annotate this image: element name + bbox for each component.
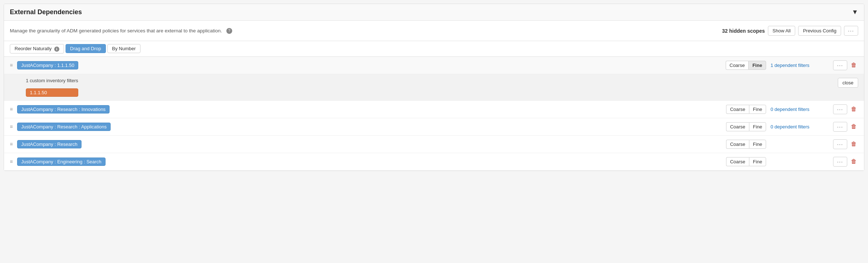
- show-all-button[interactable]: Show All: [768, 26, 796, 36]
- ip-badge: 1.1.1.50: [26, 88, 78, 97]
- dependent-filters-link[interactable]: 1 dependent filters: [770, 63, 829, 68]
- previous-config-button[interactable]: Previous Config: [798, 26, 841, 36]
- row-actions: ···🗑: [833, 122, 858, 132]
- delete-button[interactable]: 🗑: [849, 105, 858, 113]
- scope-badge: JustACompany : Research : Applications: [17, 123, 111, 131]
- row-more-button[interactable]: ···: [833, 122, 847, 132]
- drag-handle-icon[interactable]: ≡: [10, 106, 13, 112]
- row-more-button[interactable]: ···: [833, 104, 847, 114]
- fine-button[interactable]: Fine: [749, 140, 766, 149]
- table-row: ≡JustACompany : ResearchCoarseFine···🗑: [4, 136, 864, 153]
- toolbar-description: Manage the granularity of ADM generated …: [10, 28, 222, 33]
- sub-row-inner: 1 custom inventory filters1.1.1.50close: [26, 78, 858, 97]
- hidden-scopes-label: 32 hidden scopes: [722, 28, 765, 34]
- reorder-naturally-info-icon[interactable]: ℹ: [54, 47, 59, 52]
- help-icon[interactable]: ?: [226, 28, 232, 34]
- toolbar-actions: 32 hidden scopes Show All Previous Confi…: [722, 26, 858, 36]
- reorder-naturally-button[interactable]: Reorder Naturally ℹ: [10, 44, 64, 53]
- fine-button[interactable]: Fine: [749, 157, 766, 166]
- coarse-button[interactable]: Coarse: [726, 157, 749, 166]
- delete-button[interactable]: 🗑: [849, 140, 858, 148]
- table-row: ≡JustACompany : 1.1.1.50CoarseFine1 depe…: [4, 57, 864, 74]
- collapse-icon[interactable]: ▼: [852, 8, 858, 16]
- toolbar-description-area: Manage the granularity of ADM generated …: [10, 28, 232, 34]
- drag-handle-icon[interactable]: ≡: [10, 141, 13, 147]
- toolbar: Manage the granularity of ADM generated …: [4, 21, 864, 41]
- delete-button[interactable]: 🗑: [849, 123, 858, 131]
- more-options-button[interactable]: ···: [844, 26, 858, 36]
- panel-title: External Dependencies: [10, 8, 82, 16]
- drag-handle-icon[interactable]: ≡: [10, 62, 13, 68]
- fine-button[interactable]: Fine: [749, 105, 766, 114]
- close-button[interactable]: close: [838, 78, 858, 88]
- row-actions: ···🗑: [833, 139, 858, 149]
- fine-button[interactable]: Fine: [748, 61, 766, 70]
- dependent-filters-link[interactable]: 0 dependent filters: [770, 124, 829, 129]
- table-row: ≡JustACompany : Research : ApplicationsC…: [4, 118, 864, 136]
- reorder-bar: Reorder Naturally ℹ Drag and Drop By Num…: [4, 41, 864, 57]
- drag-handle-icon[interactable]: ≡: [10, 159, 13, 164]
- drag-and-drop-button[interactable]: Drag and Drop: [66, 44, 106, 53]
- granularity-buttons: CoarseFine: [726, 61, 766, 70]
- row-more-button[interactable]: ···: [833, 60, 847, 70]
- granularity-buttons: CoarseFine: [726, 140, 766, 149]
- sub-content: 1 custom inventory filters1.1.1.50: [26, 78, 78, 97]
- custom-filters-label: 1 custom inventory filters: [26, 78, 78, 83]
- external-dependencies-panel: External Dependencies ▼ Manage the granu…: [4, 4, 864, 171]
- scope-badge: JustACompany : 1.1.1.50: [17, 61, 78, 69]
- coarse-button[interactable]: Coarse: [726, 122, 749, 131]
- delete-button[interactable]: 🗑: [849, 61, 858, 69]
- sub-row: 1 custom inventory filters1.1.1.50close: [4, 74, 864, 101]
- row-more-button[interactable]: ···: [833, 139, 847, 149]
- delete-button[interactable]: 🗑: [849, 158, 858, 166]
- dependent-filters-link[interactable]: 0 dependent filters: [770, 107, 829, 112]
- table-row: ≡JustACompany : Engineering : SearchCoar…: [4, 153, 864, 171]
- panel-header: External Dependencies ▼: [4, 4, 864, 21]
- row-actions: ···🗑: [833, 104, 858, 114]
- by-number-button[interactable]: By Number: [107, 44, 140, 53]
- scope-badge: JustACompany : Engineering : Search: [17, 158, 105, 166]
- row-more-button[interactable]: ···: [833, 157, 847, 167]
- scope-badge: JustACompany : Research : Innovations: [17, 105, 110, 113]
- coarse-button[interactable]: Coarse: [726, 61, 749, 70]
- drag-handle-icon[interactable]: ≡: [10, 124, 13, 129]
- coarse-button[interactable]: Coarse: [726, 105, 749, 114]
- fine-button[interactable]: Fine: [749, 122, 766, 131]
- row-actions: ···🗑: [833, 60, 858, 70]
- scope-badge: JustACompany : Research: [17, 140, 82, 148]
- row-actions: ···🗑: [833, 157, 858, 167]
- coarse-button[interactable]: Coarse: [726, 140, 749, 149]
- table-row: ≡JustACompany : Research : InnovationsCo…: [4, 101, 864, 118]
- granularity-buttons: CoarseFine: [726, 105, 766, 114]
- granularity-buttons: CoarseFine: [726, 157, 766, 166]
- granularity-buttons: CoarseFine: [726, 122, 766, 131]
- entries-list: ≡JustACompany : 1.1.1.50CoarseFine1 depe…: [4, 57, 864, 171]
